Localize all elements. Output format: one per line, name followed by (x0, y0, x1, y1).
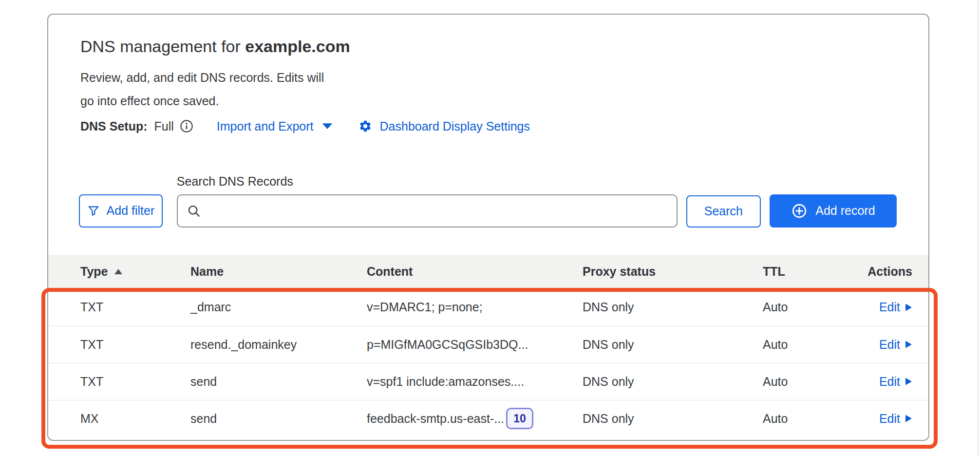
search-input[interactable] (177, 194, 678, 228)
dns-setup-value: Full (154, 119, 174, 133)
table-row: TXT send v=spf1 include:amazonses.... DN… (48, 363, 928, 400)
record-type: TXT (80, 338, 190, 352)
record-ttl: Auto (763, 412, 850, 426)
triangle-right-icon (905, 303, 912, 312)
table-row: TXT _dmarc v=DMARC1; p=none; DNS only Au… (48, 289, 928, 326)
triangle-right-icon (905, 414, 912, 423)
dashboard-display-settings-link[interactable]: Dashboard Display Settings (358, 119, 530, 133)
record-name: send (190, 412, 367, 426)
page-title-domain: example.com (245, 37, 350, 56)
page-title: DNS management for example.com (80, 36, 896, 57)
dns-records-table: Type Name Content Proxy status TTL Actio… (48, 255, 928, 437)
record-type: TXT (80, 375, 190, 389)
triangle-right-icon (905, 340, 912, 349)
edit-record-button[interactable]: Edit (879, 338, 912, 352)
chevron-down-icon (321, 123, 333, 130)
import-export-link[interactable]: Import and Export (217, 119, 333, 133)
mx-priority-badge: 10 (506, 408, 533, 429)
record-ttl: Auto (763, 338, 850, 352)
search-box (177, 194, 678, 228)
column-header-name[interactable]: Name (190, 265, 367, 279)
page-subtitle: Review, add, and edit DNS records. Edits… (80, 66, 334, 113)
record-ttl: Auto (763, 300, 850, 314)
filter-funnel-icon (87, 205, 100, 217)
record-name: send (190, 375, 367, 389)
record-proxy-status: DNS only (583, 338, 763, 352)
search-toolbar: Add filter Search DNS Records Search A (79, 174, 897, 228)
record-content: feedback-smtp.us-east-... (367, 412, 504, 426)
record-type: MX (80, 412, 190, 426)
add-record-label: Add record (815, 204, 875, 218)
edit-record-button[interactable]: Edit (879, 412, 912, 426)
search-label: Search DNS Records (177, 174, 678, 189)
import-export-label: Import and Export (217, 119, 314, 133)
search-button[interactable]: Search (686, 195, 761, 228)
record-ttl: Auto (763, 375, 850, 389)
add-filter-label: Add filter (107, 204, 155, 218)
record-name: resend._domainkey (190, 338, 367, 352)
dns-setup-row: DNS Setup: Full Import and Export Dashbo… (80, 119, 896, 133)
column-header-content[interactable]: Content (367, 265, 583, 279)
gear-icon (358, 119, 372, 133)
record-name: _dmarc (190, 300, 367, 314)
add-record-button[interactable]: Add record (770, 194, 897, 228)
table-row: MX send feedback-smtp.us-east-... 10 DNS… (48, 400, 928, 437)
add-filter-button[interactable]: Add filter (79, 194, 163, 228)
record-proxy-status: DNS only (583, 375, 763, 389)
column-header-ttl[interactable]: TTL (763, 265, 850, 279)
dns-management-page: DNS management for example.com Review, a… (0, 0, 980, 456)
record-proxy-status: DNS only (583, 300, 763, 314)
edit-record-button[interactable]: Edit (879, 375, 912, 389)
info-icon[interactable] (180, 119, 193, 133)
dashboard-display-settings-label: Dashboard Display Settings (380, 119, 530, 133)
page-right-divider (978, 0, 979, 456)
table-row: TXT resend._domainkey p=MIGfMA0GCSqGSIb3… (48, 326, 928, 363)
dns-setup-label: DNS Setup: (80, 119, 148, 133)
plus-circle-icon (791, 203, 808, 219)
column-header-actions: Actions (850, 265, 912, 279)
column-header-proxy-status[interactable]: Proxy status (583, 265, 763, 279)
record-content: v=DMARC1; p=none; (367, 300, 483, 314)
record-content: v=spf1 include:amazonses.... (367, 375, 524, 389)
record-proxy-status: DNS only (583, 412, 763, 426)
dns-management-card: DNS management for example.com Review, a… (47, 14, 929, 441)
search-field-group: Search DNS Records (177, 174, 678, 228)
search-button-label: Search (704, 204, 743, 218)
record-type: TXT (80, 300, 190, 314)
record-content: p=MIGfMA0GCSqGSIb3DQ... (367, 338, 528, 352)
triangle-right-icon (905, 377, 912, 386)
edit-record-button[interactable]: Edit (879, 300, 912, 314)
table-header-row: Type Name Content Proxy status TTL Actio… (48, 255, 928, 289)
column-header-type[interactable]: Type (80, 265, 190, 279)
sort-ascending-icon (114, 268, 123, 275)
page-title-prefix: DNS management for (80, 37, 245, 56)
